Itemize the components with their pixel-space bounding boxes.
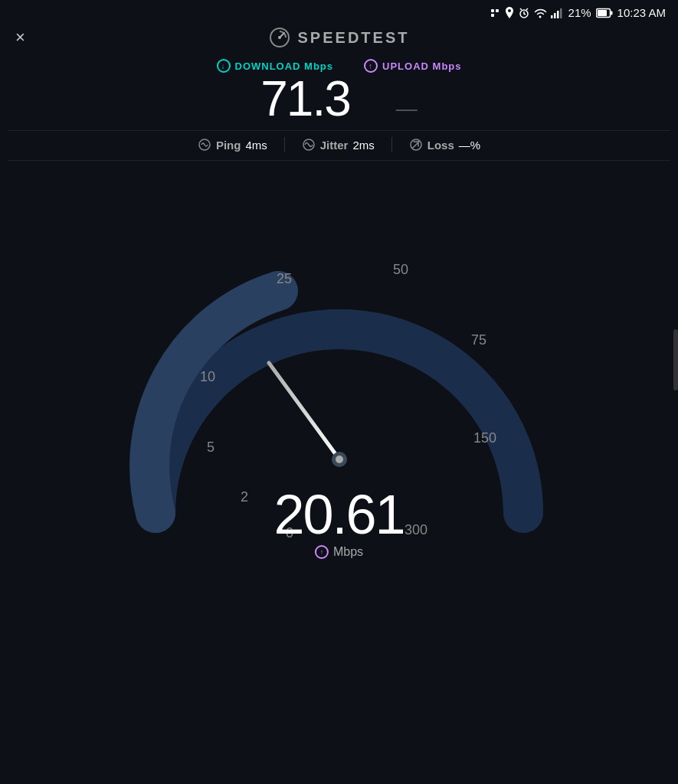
svg-rect-5	[554, 13, 556, 18]
status-icons	[489, 7, 564, 19]
jitter-stat: Jitter 2ms	[285, 138, 391, 152]
svg-text:25: 25	[276, 271, 291, 286]
gauge-wrap: 0 2 5 10 25 50 75 150 300	[94, 176, 585, 605]
jitter-value: 2ms	[352, 139, 374, 152]
gauge-upload-arrow-icon: ↑	[315, 545, 329, 559]
svg-point-13	[278, 36, 281, 39]
svg-point-28	[336, 456, 343, 463]
svg-rect-4	[551, 15, 553, 18]
upload-value: —	[396, 98, 418, 119]
signal-icon	[550, 8, 564, 18]
loss-icon	[409, 138, 423, 152]
jitter-label: Jitter	[320, 139, 349, 152]
svg-rect-7	[560, 8, 562, 18]
svg-rect-9	[598, 10, 607, 16]
current-speed-display: 20.61 ↑ Mbps	[273, 487, 404, 559]
speed-values: 71.3 —	[0, 74, 678, 130]
jitter-icon	[302, 138, 316, 152]
svg-text:5: 5	[206, 439, 214, 455]
svg-text:50: 50	[392, 262, 408, 277]
svg-text:150: 150	[473, 430, 496, 446]
speedtest-logo-icon	[269, 27, 290, 48]
status-bar: 21% 10:23 AM	[0, 0, 678, 22]
ping-stat: Ping 4ms	[181, 138, 284, 152]
svg-rect-0	[491, 9, 494, 12]
ping-icon	[198, 138, 211, 152]
app-title: SPEEDTEST	[298, 29, 410, 47]
gauge-unit-label: Mbps	[333, 545, 363, 559]
upload-label-wrap: ↑ UPLOAD Mbps	[364, 59, 461, 73]
svg-text:300: 300	[404, 522, 427, 537]
wifi-icon	[533, 8, 547, 18]
location-icon	[504, 7, 515, 19]
download-value: 71.3	[260, 74, 350, 123]
battery-percent: 21%	[568, 6, 591, 19]
svg-text:10: 10	[199, 369, 215, 384]
scrollbar[interactable]	[673, 329, 678, 390]
app-header: × SPEEDTEST	[0, 22, 678, 56]
upload-arrow-icon: ↑	[364, 59, 378, 73]
svg-text:2: 2	[240, 489, 247, 505]
svg-rect-1	[496, 9, 499, 12]
loss-value: —%	[459, 139, 480, 152]
app-title-wrap: SPEEDTEST	[269, 27, 410, 48]
ping-label: Ping	[216, 139, 241, 152]
sim-icon	[489, 7, 501, 19]
svg-line-26	[269, 363, 339, 459]
current-speed-unit: ↑ Mbps	[273, 545, 404, 559]
download-arrow-icon: ↓	[217, 59, 231, 73]
stats-row: Ping 4ms Jitter 2ms Loss —%	[8, 130, 670, 161]
download-label: DOWNLOAD Mbps	[235, 60, 334, 72]
svg-text:75: 75	[470, 332, 486, 348]
alarm-icon	[518, 7, 530, 19]
clock: 10:23 AM	[617, 6, 666, 19]
current-speed-value: 20.61	[273, 484, 404, 545]
ping-value: 4ms	[245, 139, 267, 152]
svg-rect-10	[611, 11, 613, 15]
battery-icon	[596, 8, 613, 18]
svg-rect-2	[491, 14, 494, 17]
upload-label: UPLOAD Mbps	[382, 60, 461, 72]
loss-stat: Loss —%	[392, 138, 497, 152]
gauge-container: 0 2 5 10 25 50 75 150 300	[0, 176, 678, 605]
close-button[interactable]: ×	[15, 28, 25, 47]
svg-rect-6	[557, 11, 559, 18]
loss-label: Loss	[427, 139, 454, 152]
